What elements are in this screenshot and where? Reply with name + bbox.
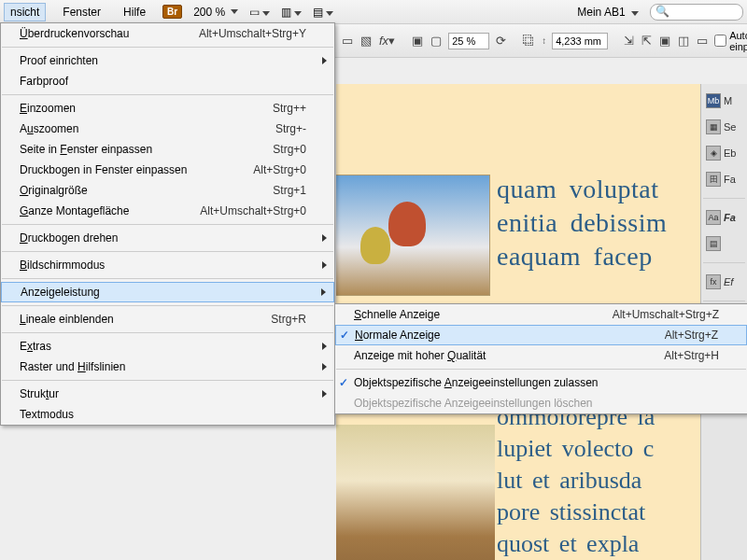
image-icon[interactable]: ▧: [359, 31, 373, 51]
panel-tab-1[interactable]: ▦Se: [703, 116, 745, 138]
ansicht-menu-item-20[interactable]: Extras: [1, 336, 334, 357]
arrange-docs-icon[interactable]: ▥: [281, 6, 302, 19]
menu-item-label: Struktur: [20, 387, 306, 400]
ansicht-menu-item-3[interactable]: Farbproof: [1, 71, 334, 91]
submenu-arrow-icon: [322, 363, 327, 371]
menu-shortcut: Alt+Strg+0: [253, 163, 306, 176]
panel-label: Ef: [724, 276, 733, 287]
fit-prop-icon[interactable]: ▭: [696, 31, 709, 51]
menu-item-label: Auszoomen: [20, 122, 238, 135]
submenu-arrow-icon: [321, 288, 326, 296]
ansicht-menu-item-12[interactable]: Druckbogen drehen: [1, 228, 334, 248]
ansicht-menu-item-24[interactable]: Textmodus: [1, 404, 334, 425]
autofit-checkbox[interactable]: Automatisch einpassen: [714, 30, 747, 52]
panel-icon: Aa: [706, 210, 721, 225]
panel-icon: Mb: [706, 93, 721, 108]
menu-item-label: Seite in Fenster einpassen: [20, 143, 235, 156]
menu-item-label: Raster und Hilfslinien: [20, 360, 306, 373]
menu-item-label: Objektspezifische Anzeigeeinstellungen z…: [354, 376, 719, 389]
fill-frame-icon[interactable]: ◫: [677, 31, 690, 51]
ansicht-menu-item-7[interactable]: Seite in Fenster einpassenStrg+0: [1, 139, 334, 160]
ansicht-menu-item-6[interactable]: AuszoomenStrg+-: [1, 119, 334, 139]
ansicht-menu-item-8[interactable]: Druckbogen in Fenster einpassenAlt+Strg+…: [1, 160, 334, 180]
panel-icon: ▦: [706, 119, 721, 134]
menu-shortcut: Strg+R: [271, 313, 306, 326]
menu-item-label: Farbproof: [20, 75, 306, 88]
anzeigeleistung-item-1[interactable]: ✓Normale AnzeigeAlt+Strg+Z: [335, 325, 747, 345]
menu-shortcut: Alt+Umschalt+Strg+Y: [199, 27, 306, 40]
autofit-checkbox-input[interactable]: [714, 35, 726, 47]
menu-item-label: Proof einrichten: [20, 54, 306, 67]
panel-tab-6[interactable]: ▤: [703, 232, 745, 255]
fx-icon[interactable]: fx▾: [378, 31, 396, 51]
document-text-lower: ommolorepre lalupiet volecto clut et ari…: [497, 401, 655, 560]
text-boxed-icon[interactable]: ▣: [411, 31, 424, 51]
anzeigeleistung-item-4[interactable]: ✓Objektspezifische Anzeigeeinstellungen …: [335, 372, 747, 393]
ansicht-menu-item-0[interactable]: ÜberdruckenvorschauAlt+Umschalt+Strg+Y: [1, 23, 334, 44]
crop-icon[interactable]: ⿻: [522, 31, 536, 51]
menu-item-label: Einzoomen: [20, 102, 235, 115]
ansicht-menu-item-9[interactable]: OriginalgrößeStrg+1: [1, 180, 334, 201]
menu-shortcut: Strg++: [273, 102, 306, 115]
panel-label: Fa: [724, 212, 736, 223]
ansicht-menu-item-5[interactable]: EinzoomenStrg++: [1, 98, 334, 119]
workspace-dropdown[interactable]: Mein AB1: [577, 6, 639, 19]
center-content-icon[interactable]: ▣: [658, 31, 671, 51]
ansicht-menu-item-21[interactable]: Raster und Hilfslinien: [1, 357, 334, 377]
menu-hilfe[interactable]: Hilfe: [118, 4, 151, 21]
menu-item-label: Anzeige mit hoher Qualität: [354, 349, 627, 362]
ansicht-menu-item-10[interactable]: Ganze MontageflächeAlt+Umschalt+Strg+0: [1, 201, 334, 221]
panel-label: Eb: [724, 147, 736, 159]
check-icon: ✓: [340, 329, 349, 342]
fit-content-icon[interactable]: ⇲: [623, 31, 635, 51]
panel-icon: ▤: [706, 236, 721, 251]
ansicht-menu-item-14[interactable]: Bildschirmmodus: [1, 255, 334, 275]
panel-tab-0[interactable]: MbM: [703, 90, 745, 112]
percent-field[interactable]: [448, 33, 489, 49]
menu-item-label: Druckbogen in Fenster einpassen: [20, 163, 216, 176]
button-icon[interactable]: ▭: [341, 31, 354, 51]
panel-icon: ◈: [706, 146, 721, 161]
view-options-icon[interactable]: ▤: [313, 6, 333, 19]
ansicht-menu-item-18[interactable]: Lineale einblendenStrg+R: [1, 309, 334, 329]
menu-item-label: Normale Anzeige: [355, 329, 627, 342]
size-field[interactable]: [552, 33, 608, 49]
menu-item-label: Ganze Montagefläche: [20, 204, 162, 217]
screen-mode-icon[interactable]: ▭: [249, 6, 270, 19]
menu-item-label: Schnelle Anzeige: [354, 308, 575, 321]
ansicht-menu-item-2[interactable]: Proof einrichten: [1, 50, 334, 71]
panel-tab-5[interactable]: AaFa: [703, 206, 745, 229]
panel-tab-8[interactable]: fxEf: [703, 271, 745, 293]
menu-fenster[interactable]: Fenster: [57, 4, 106, 21]
ansicht-menu-item-16[interactable]: Anzeigeleistung: [1, 282, 334, 302]
submenu-arrow-icon: [322, 390, 327, 398]
menu-shortcut: Strg+0: [273, 143, 306, 156]
menu-ansicht[interactable]: nsicht: [4, 3, 46, 21]
size-stepper-icon: ↕: [542, 35, 546, 46]
anzeigeleistung-item-5: Objektspezifische Anzeigeeinstellungen l…: [335, 393, 747, 413]
menu-shortcut: Alt+Umschalt+Strg+0: [200, 204, 306, 217]
refresh-icon[interactable]: ⟳: [495, 31, 507, 51]
fit-frame-icon[interactable]: ⇱: [641, 31, 653, 51]
anzeigeleistung-item-2[interactable]: Anzeige mit hoher QualitätAlt+Strg+H: [335, 345, 747, 366]
document-text-upper: quam voluptatenitia debissimeaquam facep: [497, 173, 667, 273]
document-image-landscape: [336, 425, 495, 560]
panel-tab-3[interactable]: 田Fa: [703, 168, 745, 190]
panel-tab-2[interactable]: ◈Eb: [703, 142, 745, 164]
text-frame-icon[interactable]: ▢: [430, 31, 443, 51]
menu-shortcut: Alt+Strg+H: [664, 349, 719, 362]
ansicht-menu-item-23[interactable]: Struktur: [1, 384, 334, 404]
zoom-field[interactable]: 200 %: [193, 6, 238, 19]
menu-item-label: Anzeigeleistung: [21, 286, 305, 299]
chevron-down-icon: [631, 11, 639, 16]
anzeigeleistung-submenu: Schnelle AnzeigeAlt+Umschalt+Strg+Z✓Norm…: [334, 303, 747, 414]
menu-item-label: Überdruckenvorschau: [20, 27, 162, 40]
submenu-arrow-icon: [322, 343, 327, 350]
submenu-arrow-icon: [322, 261, 327, 269]
submenu-arrow-icon: [322, 57, 327, 64]
menu-shortcut: Strg+1: [273, 184, 306, 197]
anzeigeleistung-item-0[interactable]: Schnelle AnzeigeAlt+Umschalt+Strg+Z: [335, 304, 747, 325]
menu-item-label: Extras: [20, 340, 306, 353]
menu-shortcut: Alt+Umschalt+Strg+Z: [613, 308, 719, 321]
bridge-icon[interactable]: Br: [162, 5, 182, 19]
